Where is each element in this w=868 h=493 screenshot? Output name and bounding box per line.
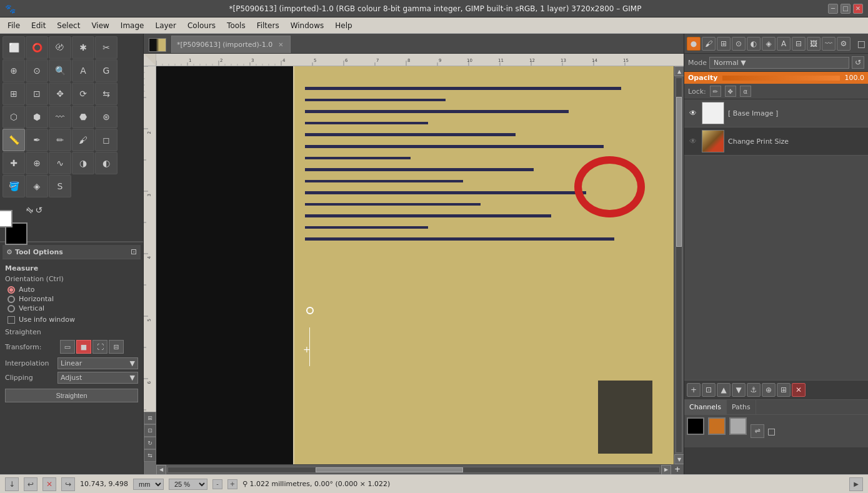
transform-path-btn[interactable]: ⛶: [92, 340, 107, 354]
br-swap-icon[interactable]: ⇌: [751, 424, 764, 438]
layer-visibility-base[interactable]: 👁: [688, 108, 698, 118]
nav-zoom-actual[interactable]: ⊡: [144, 424, 156, 437]
v-scrollbar-track[interactable]: [676, 77, 682, 453]
nav-rotate[interactable]: ↻: [144, 437, 156, 449]
menu-view[interactable]: View: [86, 20, 114, 31]
minimize-button[interactable]: ─: [828, 4, 838, 14]
use-info-window-checkbox[interactable]: Use info window: [2, 314, 141, 326]
menu-file[interactable]: File: [2, 20, 25, 31]
lock-pixels-btn[interactable]: ✏: [710, 86, 721, 97]
tool-heal[interactable]: ✚: [2, 152, 25, 174]
tool-smudge[interactable]: ∿: [49, 152, 71, 174]
tool-script[interactable]: S: [49, 175, 71, 197]
maximize-button[interactable]: □: [841, 4, 851, 14]
rp-icon-patterns[interactable]: ⊞: [717, 37, 731, 51]
v-scrollbar-thumb[interactable]: [676, 97, 682, 247]
tool-zoom[interactable]: 🔍: [49, 59, 71, 82]
radio-horizontal[interactable]: Horizontal: [7, 295, 136, 303]
br-tab-channels[interactable]: Channels: [684, 400, 727, 414]
transform-layer-btn[interactable]: ▭: [60, 340, 75, 354]
tool-align[interactable]: ⊞: [2, 82, 25, 105]
menu-colours[interactable]: Colours: [182, 20, 221, 31]
undo-btn[interactable]: ↩: [24, 477, 37, 491]
new-layer-group-btn[interactable]: +: [687, 383, 701, 397]
rp-icon-fonts[interactable]: A: [777, 37, 791, 51]
anchor-layer-btn[interactable]: ⚓: [747, 383, 761, 397]
right-panel-expand[interactable]: □: [857, 39, 866, 49]
image-canvas[interactable]: +: [156, 66, 684, 474]
tool-fill[interactable]: 🪣: [2, 175, 25, 197]
menu-image[interactable]: Image: [116, 20, 149, 31]
new-from-selection-btn[interactable]: ⊡: [702, 383, 716, 397]
scroll-up-button[interactable]: ▲: [674, 66, 684, 76]
export-btn[interactable]: ↓: [5, 477, 19, 491]
close-button[interactable]: ✕: [853, 4, 863, 14]
tool-perspective[interactable]: ⬢: [26, 106, 48, 128]
menu-help[interactable]: Help: [330, 20, 357, 31]
tool-crop[interactable]: ⊡: [26, 82, 48, 105]
tool-color-pick[interactable]: ⊙: [26, 59, 48, 82]
nav-flip-h[interactable]: ⇆: [144, 449, 156, 462]
tab-close-button[interactable]: ✕: [276, 41, 285, 49]
tool-move[interactable]: ✥: [49, 82, 71, 105]
rp-icon-gradients[interactable]: ◐: [747, 37, 761, 51]
layers-refresh-btn[interactable]: ↺: [852, 56, 864, 69]
tool-rect-select[interactable]: ⬜: [2, 36, 25, 59]
canvas-corner-br[interactable]: +: [671, 464, 684, 474]
tool-unified-transform[interactable]: ⟳: [72, 82, 94, 105]
scroll-right-button[interactable]: ▶: [661, 465, 671, 475]
tool-warp[interactable]: 〰: [49, 106, 71, 128]
lock-position-btn[interactable]: ✥: [725, 86, 736, 97]
scroll-left-button[interactable]: ◀: [156, 465, 166, 475]
br-tab-paths[interactable]: Paths: [727, 400, 756, 414]
reset-colors-icon[interactable]: ↺: [35, 205, 42, 215]
layers-mode-select[interactable]: Normal ▼: [709, 57, 849, 69]
rp-icon-brushes[interactable]: 🖌: [702, 37, 716, 51]
tool-scissors[interactable]: ✂: [95, 36, 117, 59]
redo-btn[interactable]: ↪: [61, 477, 75, 491]
tool-desaturate[interactable]: ◐: [95, 152, 117, 174]
rp-icon-images[interactable]: 🖼: [807, 37, 821, 51]
tool-clone[interactable]: ⊕: [26, 152, 48, 174]
transform-selection-btn[interactable]: ■: [76, 340, 91, 354]
zoom-out-btn[interactable]: -: [212, 479, 222, 489]
h-scrollbar-thumb[interactable]: [316, 467, 463, 472]
tool-blend[interactable]: ◈: [26, 175, 48, 197]
clipping-select[interactable]: Adjust ▼: [57, 372, 138, 384]
tool-shear[interactable]: ⬡: [2, 106, 25, 128]
rp-icon-tool-presets[interactable]: ⊙: [732, 37, 746, 51]
canvas-scroll-area[interactable]: 1 2 3 4 5 6 7 8: [144, 54, 684, 474]
tool-dodge-burn[interactable]: ◑: [72, 152, 94, 174]
lock-alpha-btn[interactable]: α: [740, 86, 751, 97]
rp-icon-palettes[interactable]: ◈: [762, 37, 776, 51]
tool-pencil[interactable]: ✏: [49, 129, 71, 151]
rp-icon-colors[interactable]: ●: [687, 37, 701, 51]
menu-edit[interactable]: Edit: [26, 20, 51, 31]
tool-3d-transform[interactable]: ⬣: [72, 106, 94, 128]
br-swatch-gray[interactable]: [729, 417, 747, 435]
vertical-scrollbar[interactable]: ▲ ▼: [674, 66, 684, 464]
background-color-swatch[interactable]: [0, 210, 12, 227]
scroll-down-button[interactable]: ▼: [674, 454, 684, 464]
br-expand-icon[interactable]: □: [766, 425, 777, 437]
nav-zoom-fit[interactable]: ⊞: [144, 412, 156, 424]
rp-icon-config[interactable]: ⚙: [837, 37, 851, 51]
tool-fuzzy-select[interactable]: ✱: [72, 36, 94, 59]
merge-visible-btn[interactable]: ⊞: [777, 383, 791, 397]
tool-brush[interactable]: 🖌: [72, 129, 94, 151]
status-unit-selector[interactable]: mm px in cm: [133, 479, 164, 490]
br-swatch-black[interactable]: [687, 417, 704, 435]
tool-measure[interactable]: 📏: [2, 129, 25, 151]
layer-item-printsize[interactable]: 👁 Change Print Size: [684, 127, 868, 156]
layer-item-base[interactable]: 👁 [ Base Image ]: [684, 99, 868, 127]
transform-image-btn[interactable]: ⊟: [109, 340, 124, 354]
menu-tools[interactable]: Tools: [222, 20, 251, 31]
zoom-in-btn[interactable]: +: [227, 479, 237, 489]
menu-filters[interactable]: Filters: [252, 20, 284, 31]
duplicate-layer-btn[interactable]: ⊕: [762, 383, 776, 397]
rp-icon-buffers[interactable]: ⊟: [792, 37, 806, 51]
tool-lasso[interactable]: 〄: [49, 36, 71, 59]
cancel-btn[interactable]: ✕: [42, 477, 56, 491]
rp-icon-dynamics[interactable]: 〰: [822, 37, 836, 51]
delete-layer-btn[interactable]: ✕: [792, 383, 806, 397]
